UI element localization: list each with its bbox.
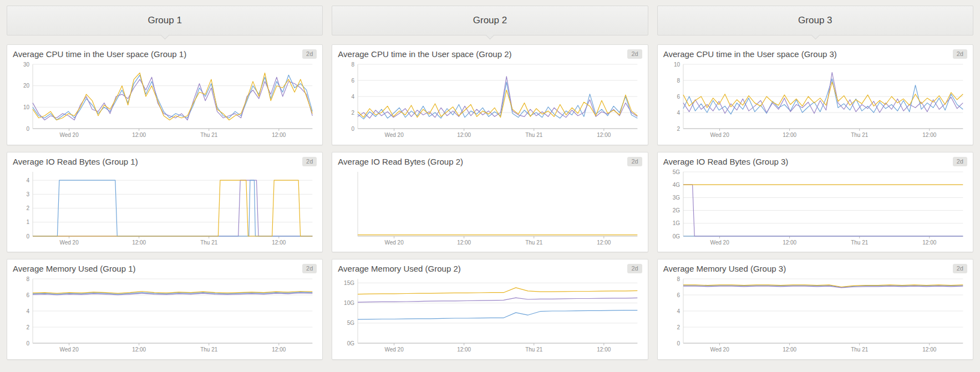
svg-text:12:00: 12:00 — [783, 346, 796, 353]
svg-text:8: 8 — [677, 78, 680, 84]
svg-text:0G: 0G — [347, 340, 355, 346]
dashboard: Group 1 Average CPU time in the User spa… — [0, 0, 980, 372]
chart-cpu-group3[interactable]: 246810Wed 2012:00Thu 2112:00 — [663, 60, 967, 139]
group-header-2[interactable]: Group 2 — [332, 6, 648, 35]
svg-text:Wed 20: Wed 20 — [385, 132, 404, 138]
svg-text:0G: 0G — [672, 233, 680, 239]
panel-cpu-group2: Average CPU time in the User space (Grou… — [332, 44, 648, 145]
svg-text:Thu 21: Thu 21 — [200, 346, 218, 353]
time-range-badge[interactable]: 2d — [627, 157, 642, 166]
time-range-badge[interactable]: 2d — [302, 157, 317, 166]
svg-text:Thu 21: Thu 21 — [525, 346, 543, 353]
svg-text:10: 10 — [674, 62, 681, 68]
svg-text:Thu 21: Thu 21 — [851, 132, 869, 138]
group-header-notch — [161, 31, 170, 40]
svg-text:0: 0 — [677, 340, 680, 346]
group-column-3: Group 3 Average CPU time in the User spa… — [657, 6, 973, 366]
svg-text:3: 3 — [26, 191, 29, 197]
svg-text:12:00: 12:00 — [457, 239, 471, 246]
panel-cpu-group3: Average CPU time in the User space (Grou… — [657, 44, 973, 145]
group-column-1: Group 1 Average CPU time in the User spa… — [7, 6, 323, 366]
group-header-1[interactable]: Group 1 — [7, 6, 323, 35]
svg-text:8: 8 — [26, 276, 29, 282]
chart-memory-group3[interactable]: 02468Wed 2012:00Thu 2112:00 — [663, 275, 967, 354]
chart-memory-group1[interactable]: 02468Wed 2012:00Thu 2112:00 — [13, 275, 317, 354]
chart-cpu-group1[interactable]: 0102030Wed 2012:00Thu 2112:00 — [13, 60, 317, 139]
panel-title: Average Memory Used (Group 1) — [13, 264, 135, 274]
svg-text:0: 0 — [26, 340, 29, 346]
svg-text:12:00: 12:00 — [783, 132, 796, 138]
panel-io-group1: Average IO Read Bytes (Group 1) 2d 01234… — [7, 152, 323, 253]
time-range-badge[interactable]: 2d — [953, 49, 967, 59]
svg-text:5G: 5G — [672, 169, 680, 175]
group-label: Group 2 — [473, 15, 507, 26]
svg-text:12:00: 12:00 — [457, 132, 471, 138]
svg-text:2: 2 — [352, 110, 355, 116]
svg-text:12:00: 12:00 — [272, 346, 286, 353]
panel-title: Average IO Read Bytes (Group 2) — [338, 157, 463, 167]
group-header-notch — [811, 31, 820, 40]
svg-text:6: 6 — [352, 78, 355, 84]
svg-text:Thu 21: Thu 21 — [851, 346, 869, 353]
chart-cpu-group2[interactable]: 02468Wed 2012:00Thu 2112:00 — [338, 60, 642, 139]
svg-text:12:00: 12:00 — [597, 132, 611, 138]
time-range-badge[interactable]: 2d — [627, 49, 642, 59]
time-range-badge[interactable]: 2d — [627, 264, 642, 273]
svg-text:12:00: 12:00 — [272, 239, 286, 246]
time-range-badge[interactable]: 2d — [953, 264, 967, 273]
svg-text:2: 2 — [677, 126, 680, 132]
svg-text:12:00: 12:00 — [783, 239, 796, 246]
panel-memory-group2: Average Memory Used (Group 2) 2d 0G5G10G… — [332, 259, 648, 360]
svg-text:12:00: 12:00 — [597, 346, 611, 353]
svg-text:Wed 20: Wed 20 — [59, 346, 79, 353]
svg-text:Thu 21: Thu 21 — [200, 239, 218, 246]
svg-text:15G: 15G — [344, 280, 354, 286]
svg-text:Wed 20: Wed 20 — [710, 346, 729, 353]
panel-cpu-group1: Average CPU time in the User space (Grou… — [7, 44, 323, 145]
svg-text:Thu 21: Thu 21 — [200, 132, 218, 138]
svg-text:Wed 20: Wed 20 — [710, 239, 729, 246]
svg-text:2: 2 — [26, 324, 29, 330]
group-column-2: Group 2 Average CPU time in the User spa… — [332, 6, 648, 366]
svg-text:10G: 10G — [344, 300, 354, 306]
svg-text:10: 10 — [23, 104, 30, 110]
svg-text:1: 1 — [26, 219, 29, 225]
chart-io-group1[interactable]: 01234Wed 2012:00Thu 2112:00 — [13, 168, 317, 247]
svg-text:Thu 21: Thu 21 — [525, 239, 543, 246]
svg-text:12:00: 12:00 — [457, 346, 471, 353]
time-range-badge[interactable]: 2d — [302, 49, 317, 59]
panel-title: Average CPU time in the User space (Grou… — [13, 49, 186, 59]
chart-memory-group2[interactable]: 0G5G10G15GWed 2012:00Thu 2112:00 — [338, 275, 642, 354]
svg-text:8: 8 — [352, 62, 355, 68]
panel-memory-group1: Average Memory Used (Group 1) 2d 02468We… — [7, 259, 323, 360]
svg-text:6: 6 — [677, 292, 680, 298]
svg-text:6: 6 — [677, 94, 680, 100]
svg-text:Wed 20: Wed 20 — [385, 239, 404, 246]
svg-text:20: 20 — [23, 83, 30, 89]
svg-text:4: 4 — [26, 177, 29, 183]
svg-text:12:00: 12:00 — [132, 346, 146, 353]
svg-text:0: 0 — [352, 126, 355, 132]
panel-title: Average Memory Used (Group 3) — [663, 264, 786, 274]
svg-text:2: 2 — [26, 205, 29, 211]
svg-text:12:00: 12:00 — [922, 346, 936, 353]
svg-text:Thu 21: Thu 21 — [851, 239, 869, 246]
group-header-notch — [486, 31, 495, 40]
svg-text:12:00: 12:00 — [272, 132, 286, 138]
svg-text:12:00: 12:00 — [132, 239, 146, 246]
panel-title: Average CPU time in the User space (Grou… — [663, 49, 837, 59]
svg-text:Wed 20: Wed 20 — [710, 132, 729, 138]
svg-text:0: 0 — [26, 126, 29, 132]
svg-text:1G: 1G — [672, 220, 680, 226]
panel-title: Average Memory Used (Group 2) — [338, 264, 460, 274]
svg-text:12:00: 12:00 — [922, 132, 936, 138]
time-range-badge[interactable]: 2d — [302, 264, 317, 273]
chart-io-group3[interactable]: 0G1G2G3G4G5GWed 2012:00Thu 2112:00 — [663, 168, 967, 247]
svg-text:8: 8 — [677, 276, 680, 282]
time-range-badge[interactable]: 2d — [953, 157, 967, 166]
chart-io-group2[interactable]: Wed 2012:00Thu 2112:00 — [338, 168, 642, 247]
svg-text:2G: 2G — [672, 207, 680, 213]
svg-text:4: 4 — [677, 308, 680, 314]
svg-text:Wed 20: Wed 20 — [385, 346, 404, 353]
group-header-3[interactable]: Group 3 — [657, 6, 973, 35]
